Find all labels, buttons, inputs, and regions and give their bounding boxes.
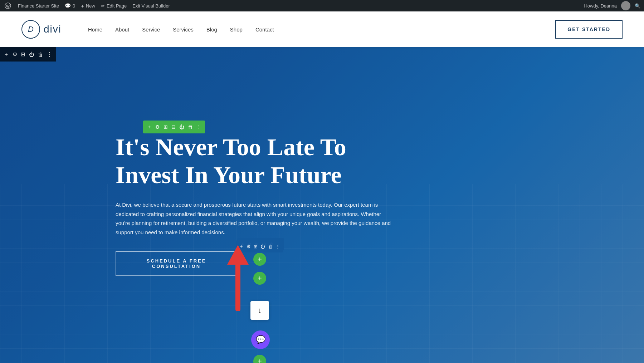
main-nav: Home About Service Services Blog Shop Co… <box>83 24 279 35</box>
add-row-circle-button[interactable]: + <box>253 253 266 266</box>
hero-section: ＋ ⚙ ⊞ ⊟ ⏻ 🗑 ⋮ It's Never Too Late To Inv… <box>0 47 644 363</box>
logo-text: divi <box>44 24 62 35</box>
section-toolbar: ＋ ⚙ ⊞ ⊟ ⏻ 🗑 ⋮ <box>143 121 205 133</box>
edit-page-link[interactable]: ✏ Edit Page <box>101 3 127 9</box>
row-toolbar: ＋ ⚙ ⊞ ⏻ 🗑 ⋮ <box>0 47 56 62</box>
new-link[interactable]: + New <box>81 3 95 9</box>
logo-circle-icon: D <box>21 20 40 39</box>
nav-home[interactable]: Home <box>83 24 107 35</box>
annotation-arrow <box>208 243 254 313</box>
section-add-icon[interactable]: ＋ <box>147 124 152 130</box>
exit-visual-builder-link[interactable]: Exit Visual Builder <box>132 3 170 9</box>
row-settings-icon[interactable]: ⚙ <box>13 51 17 58</box>
section-disable-icon[interactable]: ⏻ <box>179 124 184 130</box>
admin-bar: W Finance Starter Site 💬 0 + New ✏ Edit … <box>0 0 644 11</box>
avatar[interactable] <box>621 1 630 10</box>
nav-shop[interactable]: Shop <box>225 24 248 35</box>
row-add-icon[interactable]: ＋ <box>4 51 9 58</box>
hero-content: It's Never Too Late To Invest In Your Fu… <box>116 133 429 276</box>
hero-button-row: SCHEDULE A FREE CONSULTATION ＋ ⚙ ⊞ ⏻ 🗑 ⋮ <box>116 251 429 276</box>
svg-marker-3 <box>227 245 249 265</box>
section-delete-icon[interactable]: 🗑 <box>188 124 193 130</box>
nav-service[interactable]: Service <box>137 24 165 35</box>
section-settings-icon[interactable]: ⚙ <box>155 124 160 130</box>
site-header: D divi Home About Service Services Blog … <box>0 11 644 47</box>
comments-link[interactable]: 💬 0 <box>65 3 75 9</box>
module2-delete-icon[interactable]: 🗑 <box>268 244 273 249</box>
row-duplicate-icon[interactable]: ⊞ <box>21 51 25 58</box>
add-section-circle-button[interactable]: + <box>253 272 266 285</box>
nav-services[interactable]: Services <box>168 24 199 35</box>
logo[interactable]: D divi <box>21 20 62 39</box>
module2-duplicate-icon[interactable]: ⊞ <box>254 244 258 249</box>
row-delete-icon[interactable]: 🗑 <box>38 51 43 58</box>
svg-text:W: W <box>6 4 10 8</box>
nav-about[interactable]: About <box>110 24 134 35</box>
chat-bubble-button[interactable]: 💬 <box>251 330 270 349</box>
row-more-icon[interactable]: ⋮ <box>47 51 52 58</box>
section-duplicate-icon[interactable]: ⊞ <box>164 124 168 130</box>
section-col-icon[interactable]: ⊟ <box>171 124 176 130</box>
nav-blog[interactable]: Blog <box>201 24 222 35</box>
site-name-link[interactable]: Finance Starter Site <box>18 3 59 9</box>
module2-disable-icon[interactable]: ⏻ <box>260 244 265 249</box>
admin-bar-right: Howdy, Deanna 🔍 <box>584 1 640 10</box>
section-more-icon[interactable]: ⋮ <box>196 124 201 130</box>
hero-body-text: At Divi, we believe that a secure and pr… <box>116 200 395 237</box>
header-cta-button[interactable]: GET STARTED <box>555 20 623 39</box>
hero-heading: It's Never Too Late To Invest In Your Fu… <box>116 133 429 189</box>
nav-contact[interactable]: Contact <box>250 24 279 35</box>
wp-logo-icon[interactable]: W <box>4 1 12 10</box>
row-disable-icon[interactable]: ⏻ <box>29 51 34 58</box>
module2-more-icon[interactable]: ⋮ <box>275 244 280 249</box>
